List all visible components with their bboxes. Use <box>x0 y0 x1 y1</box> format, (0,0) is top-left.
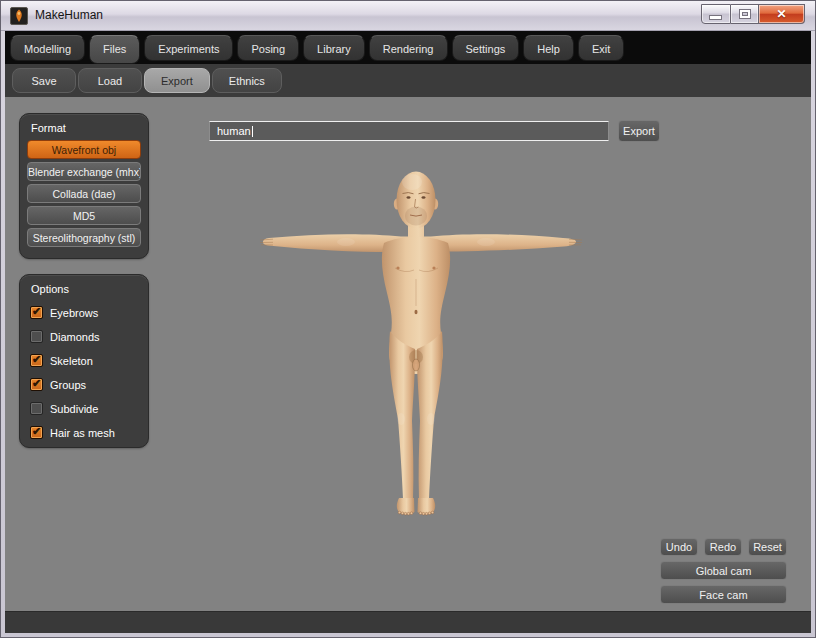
undo-button[interactable]: Undo <box>660 538 698 556</box>
groups-checkbox[interactable] <box>30 378 43 391</box>
tab-settings[interactable]: Settings <box>452 35 520 61</box>
face-cam-button[interactable]: Face cam <box>660 585 787 604</box>
format-collada-button[interactable]: Collada (dae) <box>27 184 141 203</box>
window-title: MakeHuman <box>35 8 103 22</box>
close-icon: ✕ <box>759 5 804 24</box>
tab-library[interactable]: Library <box>303 35 365 61</box>
text-caret <box>252 126 253 137</box>
option-row-eyebrows: Eyebrows <box>20 301 148 325</box>
main-tab-bar: Modelling Files Experiments Posing Libra… <box>5 31 811 64</box>
figure-right-nipple <box>432 266 435 269</box>
options-panel-title: Options <box>20 275 148 301</box>
status-bar <box>5 611 811 633</box>
diamonds-checkbox[interactable] <box>30 330 43 343</box>
viewport-3d[interactable]: Format Wavefront obj Blender exchange (m… <box>5 97 811 611</box>
human-model-figure[interactable] <box>251 161 591 521</box>
export-button[interactable]: Export <box>618 120 660 142</box>
skeleton-label: Skeleton <box>50 355 93 367</box>
minimize-icon <box>710 16 721 19</box>
subtab-save[interactable]: Save <box>12 68 76 93</box>
titlebar[interactable]: MakeHuman ✕ <box>1 1 815 31</box>
format-wavefront-obj-button[interactable]: Wavefront obj <box>27 140 141 159</box>
diamonds-label: Diamonds <box>50 331 100 343</box>
format-panel: Format Wavefront obj Blender exchange (m… <box>19 113 149 259</box>
groups-label: Groups <box>50 379 86 391</box>
figure-left-nipple <box>396 266 399 269</box>
eyebrows-checkbox[interactable] <box>30 306 43 319</box>
subdivide-checkbox[interactable] <box>30 402 43 415</box>
tab-exit[interactable]: Exit <box>578 35 624 61</box>
option-row-hair-as-mesh: Hair as mesh <box>20 421 148 445</box>
makehuman-window: MakeHuman ✕ Modelling Files Experiments … <box>0 0 816 638</box>
format-panel-title: Format <box>20 114 148 140</box>
close-button[interactable]: ✕ <box>759 4 805 24</box>
maximize-button[interactable] <box>731 4 759 24</box>
skeleton-checkbox[interactable] <box>30 354 43 367</box>
global-cam-button[interactable]: Global cam <box>660 561 787 580</box>
tab-experiments[interactable]: Experiments <box>144 35 233 61</box>
subtab-ethnics[interactable]: Ethnics <box>212 68 282 93</box>
hair-as-mesh-checkbox[interactable] <box>30 426 43 439</box>
format-stereolithography-button[interactable]: Stereolithography (stl) <box>27 228 141 247</box>
hair-as-mesh-label: Hair as mesh <box>50 427 115 439</box>
option-row-skeleton: Skeleton <box>20 349 148 373</box>
tab-rendering[interactable]: Rendering <box>369 35 448 61</box>
tab-files[interactable]: Files <box>89 35 140 64</box>
tab-modelling[interactable]: Modelling <box>10 35 85 61</box>
subtab-load[interactable]: Load <box>78 68 142 93</box>
option-row-subdivide: Subdivide <box>20 397 148 421</box>
redo-button[interactable]: Redo <box>704 538 742 556</box>
sub-tab-bar: Save Load Export Ethnics <box>5 64 811 97</box>
filename-value: human <box>217 125 251 137</box>
subtab-export[interactable]: Export <box>144 68 210 93</box>
format-blender-exchange-button[interactable]: Blender exchange (mhx) <box>27 162 141 181</box>
tab-help[interactable]: Help <box>523 35 574 61</box>
makehuman-logo-icon <box>10 7 28 25</box>
filename-input[interactable]: human <box>209 121 609 141</box>
option-row-diamonds: Diamonds <box>20 325 148 349</box>
format-md5-button[interactable]: MD5 <box>27 206 141 225</box>
minimize-button[interactable] <box>701 4 731 24</box>
subdivide-label: Subdivide <box>50 403 98 415</box>
window-controls: ✕ <box>701 4 805 24</box>
tab-posing[interactable]: Posing <box>237 35 299 61</box>
options-panel: Options Eyebrows Diamonds Skeleton Group… <box>19 274 149 448</box>
eyebrows-label: Eyebrows <box>50 307 98 319</box>
figure-navel <box>415 310 418 314</box>
option-row-groups: Groups <box>20 373 148 397</box>
maximize-icon <box>740 10 750 18</box>
reset-button[interactable]: Reset <box>748 538 787 556</box>
